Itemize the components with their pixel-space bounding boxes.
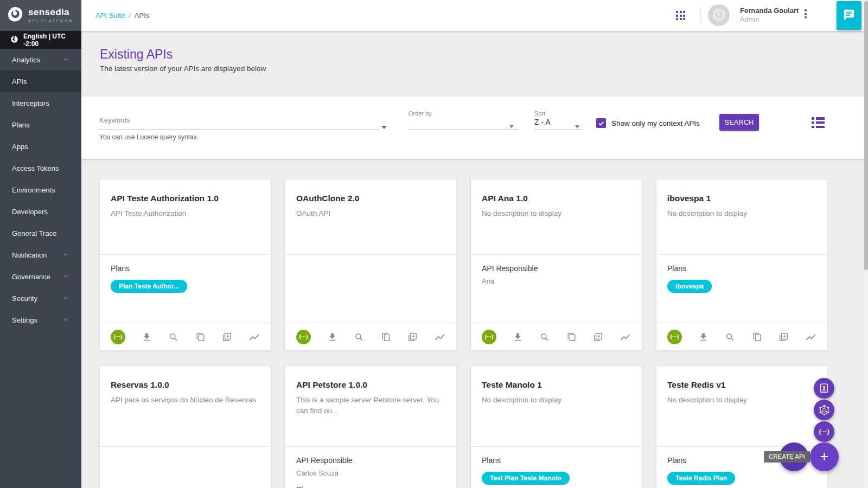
search-icon[interactable] [354, 332, 364, 342]
chat-button[interactable] [837, 1, 861, 30]
api-card[interactable]: API Ana 1.0No description to displayAPI … [470, 179, 642, 351]
user-menu-kebab-icon[interactable] [802, 9, 809, 22]
sidebar-item-settings[interactable]: Settings [0, 309, 81, 331]
rest-contract-fab[interactable]: {···} [814, 421, 834, 442]
analytics-icon[interactable] [805, 331, 816, 343]
api-card-body: Plansibovespa [656, 254, 827, 323]
api-responsible-value: Carlos Souza [296, 469, 445, 477]
sidebar-item-plans[interactable]: Plans [0, 114, 81, 136]
checkbox-checked-icon [596, 118, 606, 128]
locale-selector[interactable]: English | UTC -2:00 [0, 31, 81, 49]
sidebar-item-governance[interactable]: Governance [0, 266, 81, 287]
api-card-grid: API Teste Authorization 1.0API Teste Aut… [99, 179, 828, 488]
api-contract-icon[interactable]: {···} [296, 330, 311, 344]
brand-tagline: API PLATFORM [28, 18, 73, 23]
api-card-actions: {···} [285, 323, 456, 350]
topbar-divider [700, 8, 701, 23]
sidebar-item-environments[interactable]: Environments [0, 179, 81, 201]
api-card[interactable]: OAuthClone 2.0OAuth API{···} [285, 179, 457, 351]
apps-grid-icon[interactable] [676, 11, 685, 20]
plan-chip[interactable]: Test Plan Teste Manolo [482, 472, 570, 485]
plan-chip-list: Test Plan Teste Manolo [482, 472, 631, 485]
api-card-header: ibovespa 1No description to display [656, 179, 827, 254]
plans-label: Plans [296, 485, 445, 488]
search-button[interactable]: SEARCH [719, 114, 759, 131]
context-filter-checkbox[interactable]: Show only my context APIs [596, 118, 700, 128]
plan-chip-list: Plan Teste Author... [111, 280, 260, 293]
sidebar-item-analytics[interactable]: Analytics [0, 49, 81, 70]
api-card-actions: {···} [656, 323, 827, 350]
sort-select[interactable]: Sort Z - A [534, 108, 582, 130]
order-by-select[interactable]: Order by [409, 108, 518, 130]
copy-icon[interactable] [752, 332, 762, 342]
copy-icon[interactable] [566, 332, 577, 342]
sidebar-item-apps[interactable]: Apps [0, 136, 81, 157]
search-icon[interactable] [725, 332, 735, 342]
api-card[interactable]: Reservas 1.0.0API para os serviços do Nú… [99, 365, 271, 488]
sidebar-item-access-tokens[interactable]: Access Tokens [0, 157, 81, 179]
add-to-library-icon[interactable] [407, 332, 418, 342]
graphql-fab[interactable] [814, 400, 834, 420]
download-icon[interactable] [142, 332, 152, 342]
plan-chip[interactable]: Plan Teste Author... [111, 280, 187, 293]
avatar-swirl-icon [711, 7, 727, 23]
api-contract-icon[interactable]: {···} [111, 330, 125, 344]
sidebar-item-label: Access Tokens [12, 164, 59, 172]
download-icon[interactable] [698, 332, 709, 342]
copy-icon[interactable] [381, 332, 391, 342]
add-to-library-icon[interactable] [778, 332, 789, 342]
sidebar-item-apis[interactable]: APIs [0, 70, 81, 92]
brand-logo[interactable]: sensedia API PLATFORM [0, 0, 81, 31]
scrollbar-thumb[interactable] [864, 1, 868, 270]
keywords-input[interactable]: Keywords [99, 115, 379, 130]
api-responsible-block: API ResponsibleCarlos Souza [296, 456, 445, 477]
api-card-body: API ResponsibleAna [471, 254, 642, 323]
sidebar-item-label: Developers [12, 208, 48, 216]
api-card[interactable]: API Teste Authorization 1.0API Teste Aut… [99, 179, 271, 351]
scrollbar[interactable] [864, 0, 868, 488]
plans-label: Plans [667, 264, 816, 273]
api-contract-icon[interactable]: {···} [667, 330, 682, 344]
breadcrumb-api-suite[interactable]: API Suite [95, 11, 125, 20]
api-card[interactable]: Teste Redis v1No description to displayP… [656, 365, 828, 488]
api-card[interactable]: ibovespa 1No description to displayPlans… [656, 179, 828, 351]
api-card-body [100, 446, 271, 488]
sidebar-item-interceptors[interactable]: Interceptors [0, 92, 81, 114]
api-card-body: API ResponsibleCarlos SouzaPlans [285, 446, 456, 488]
search-icon[interactable] [168, 332, 178, 342]
list-view-toggle-icon[interactable] [812, 117, 825, 128]
api-responsible-label: API Responsible [482, 264, 631, 273]
api-contract-icon[interactable]: {···} [482, 330, 496, 344]
api-card-title: OAuthClone 2.0 [296, 194, 445, 203]
keywords-label: Keywords [99, 116, 130, 124]
analytics-icon[interactable] [434, 331, 445, 343]
copy-icon[interactable] [195, 332, 206, 342]
analytics-icon[interactable] [620, 331, 631, 343]
sidebar-item-security[interactable]: Security [0, 287, 81, 309]
create-api-fab[interactable]: + [810, 442, 839, 471]
plan-chip[interactable]: ibovespa [667, 280, 712, 293]
api-card-title: Teste Redis v1 [667, 380, 816, 390]
contact-card-icon [819, 383, 829, 394]
sidebar-item-general-trace[interactable]: General Trace [0, 222, 81, 244]
order-by-label: Order by [409, 110, 432, 117]
sidebar-item-notification[interactable]: Notification [0, 244, 81, 266]
sidebar-item-label: Analytics [12, 56, 40, 64]
avatar[interactable] [708, 4, 730, 26]
contact-card-fab[interactable] [814, 378, 834, 399]
api-card-title: API Petstore 1.0.0 [296, 380, 445, 390]
api-card[interactable]: Teste Manolo 1No description to displayP… [470, 365, 642, 488]
download-icon[interactable] [327, 332, 337, 342]
keywords-dropdown-caret-icon[interactable] [381, 126, 387, 129]
add-to-library-icon[interactable] [593, 332, 603, 342]
api-responsible-value: Ana [482, 277, 631, 285]
api-card[interactable]: API Petstore 1.0.0This is a sample serve… [285, 365, 457, 488]
analytics-icon[interactable] [248, 331, 260, 343]
plan-chip[interactable]: Teste Redis Plan [667, 472, 735, 485]
search-icon[interactable] [539, 332, 550, 342]
graphql-icon [819, 404, 830, 416]
download-icon[interactable] [513, 332, 523, 342]
sidebar-item-label: Notification [12, 251, 47, 259]
add-to-library-icon[interactable] [222, 332, 232, 342]
sidebar-item-developers[interactable]: Developers [0, 201, 81, 222]
